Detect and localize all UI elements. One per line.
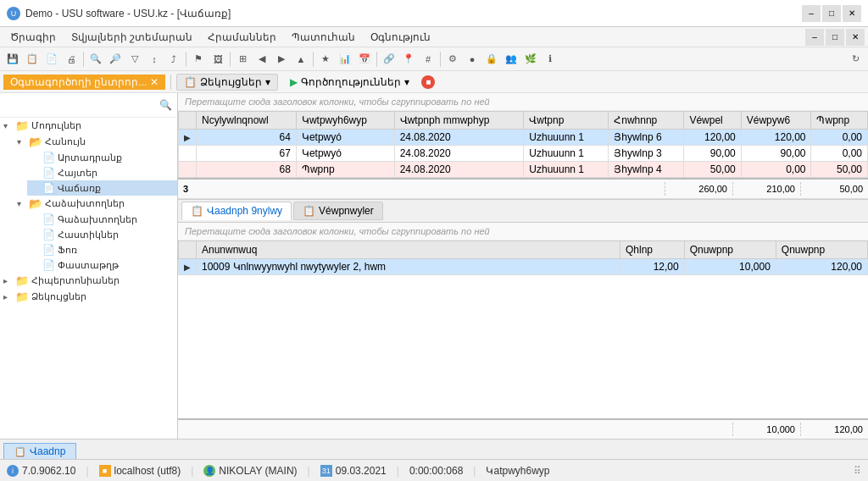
menu-restore[interactable]: □	[826, 29, 844, 46]
tb-export[interactable]: ⤴	[164, 50, 183, 69]
cal-icon: 31	[320, 465, 332, 477]
tb-left[interactable]: ◀	[253, 50, 271, 69]
menu-program[interactable]: Ծրագիր	[3, 30, 63, 45]
sidebar: 🔍 ▾ 📁 Մոդուլներ ▾ 📂 Հանույն	[0, 93, 178, 439]
tb-lock[interactable]: 🔒	[482, 50, 501, 69]
cell-paid: 0,00	[741, 162, 811, 178]
stop-button[interactable]: ■	[421, 75, 435, 89]
menu-minimize[interactable]: –	[805, 29, 824, 46]
toolbar2-sep1	[170, 75, 171, 90]
tb-up[interactable]: ▲	[292, 50, 310, 69]
tb-grid[interactable]: ⊞	[233, 50, 252, 69]
info-icon: i	[7, 465, 19, 477]
tb-settings[interactable]: ⚙	[443, 50, 462, 69]
cell-paid: 90,00	[741, 146, 811, 162]
upper-table-row[interactable]: 67 Կetpwyó 24.08.2020 Uzhuuunn 1 Յhywlnp…	[179, 146, 868, 162]
tree-item-reports[interactable]: ▸ 📁 Հիպերտոնիաներ	[0, 273, 177, 289]
tree-item-modules[interactable]: ▾ 📁 Մոդուլներ	[0, 118, 177, 134]
tb-funnel[interactable]: ▽	[125, 50, 144, 69]
tb-circle[interactable]: ●	[463, 50, 481, 69]
tree-item-customers[interactable]: 📄 Հայտեր	[27, 165, 177, 180]
tb-search[interactable]: 🔍	[86, 50, 105, 69]
tree-item-accountings[interactable]: ▾ 📂 Հաձախտողներ	[14, 196, 177, 212]
tree-item-views[interactable]: ▸ 📁 Ձեկույցներ	[0, 289, 177, 305]
tab-payments[interactable]: 📋 Véwpnwyler	[293, 202, 383, 220]
summary-sum2: 210,00	[732, 182, 800, 196]
tb-save[interactable]: 💾	[3, 50, 22, 69]
col-type[interactable]: Կwtpwyh­6wyp	[296, 112, 394, 130]
tree-item-docs[interactable]: 📄 Փաստաթղթ	[27, 257, 177, 273]
tb-cal[interactable]: 📅	[355, 50, 374, 69]
tb-flag[interactable]: ⚑	[189, 50, 208, 69]
folder-icon-handbooks: 📂	[29, 135, 42, 148]
tree-item-assortment[interactable]: 📄 Արտադրանք	[27, 150, 177, 165]
tb-info[interactable]: ℹ	[541, 50, 559, 69]
bottom-tab-sales[interactable]: 📋 Վaadnp	[3, 443, 76, 459]
tree-item-handbooks[interactable]: ▾ 📂 Հանույն	[14, 134, 177, 150]
tb-leaf[interactable]: 🌿	[521, 50, 540, 69]
nav-close-icon[interactable]: ✕	[150, 76, 159, 88]
col-client[interactable]: Հnwhnnp	[609, 112, 684, 130]
col-id[interactable]: Ncy­lywl­nqnowl	[197, 112, 297, 130]
group-hint-lower: Перетащите сюда заголовок колонки, чтобы…	[178, 223, 868, 240]
menu-database[interactable]: Տվյալների շտեմարան	[64, 30, 199, 45]
tb-star[interactable]: ★	[316, 50, 335, 69]
tb-filter[interactable]: 🔎	[106, 50, 125, 69]
lcol-indicator	[179, 241, 197, 259]
tb-copy[interactable]: 📋	[23, 50, 42, 69]
close-button[interactable]: ✕	[843, 5, 861, 22]
lcol-total[interactable]: Qnuwpnp	[776, 241, 867, 259]
menu-commands[interactable]: Հրամաններ	[201, 30, 283, 45]
col-sales[interactable]: Վwtpnp	[524, 112, 609, 130]
detail-tabs: 📋 Վaadnph 9nylwy 📋 Véwpnwyler	[178, 199, 868, 223]
app-title: Demo - USU software - USU.kz - [Վաճառք]	[25, 8, 802, 19]
lcol-price[interactable]: Qnuwpnp	[684, 241, 776, 259]
tb-users[interactable]: 👥	[502, 50, 520, 69]
tb-refresh[interactable]: ↻	[846, 50, 865, 69]
tb-image[interactable]: 🖼	[209, 50, 227, 69]
tab-sales-details[interactable]: 📋 Վaadnph 9nylwy	[181, 202, 292, 220]
lower-table-row[interactable]: ▶ 10009 Կnlnwyynwyhl nwytywyler 2, hwm 1…	[179, 259, 868, 275]
reports-dropdown[interactable]: 📋 Ձեկույցներ ▾	[176, 74, 278, 91]
cell-price: 50,00	[684, 162, 741, 178]
mode-label: Կatpwyh6wyp	[486, 465, 549, 477]
lcol-name[interactable]: Anunwnwuq	[197, 241, 620, 259]
tree-item-acc2[interactable]: 📄 Գաձախտողներ	[27, 212, 177, 227]
tab1-label: Վaadnph 9nylwy	[207, 205, 282, 217]
tree-item-acc3[interactable]: 📄 Հաստիկներ	[27, 227, 177, 242]
tb-map[interactable]: 📍	[399, 50, 418, 69]
tree-item-cash[interactable]: 📄 Ֆոռ	[27, 242, 177, 257]
upper-table-row[interactable]: ▶ 64 Կetpwyó 24.08.2020 Uzhuuunn 1 Յhywl…	[179, 130, 868, 146]
tree: ▾ 📁 Մոդուլներ ▾ 📂 Հանույն 📄 Արտադրանք	[0, 118, 177, 305]
tb-right[interactable]: ▶	[272, 50, 291, 69]
nav-panel-title[interactable]: Օգտագործողի ընտրոր... ✕	[3, 75, 165, 90]
cell-type: Կetpwyó	[296, 146, 394, 162]
sidebar-search-button[interactable]: 🔍	[157, 97, 174, 113]
cell-type: Պwpnp	[296, 162, 394, 178]
folder-icon-views: 📁	[15, 290, 29, 303]
tb-num[interactable]: #	[419, 50, 437, 69]
upper-table-row[interactable]: 68 Պwpnp 24.08.2020 Uzhuuunn 1 Յhywlnp 4…	[179, 162, 868, 178]
menu-window[interactable]: Պատուհան	[285, 30, 362, 45]
page-icon-cash: 📄	[42, 244, 55, 256]
tb-paste[interactable]: 📄	[42, 50, 61, 69]
tree-item-sales[interactable]: 📄 Վաճառք	[27, 180, 177, 196]
col-date[interactable]: Վwtpnph mmwphyp	[394, 112, 524, 130]
actions-dropdown[interactable]: ▶ Գործողություններ ▾	[283, 75, 416, 90]
folder-icon-accountings: 📂	[29, 197, 42, 210]
col-paid[interactable]: Véwpyw6	[741, 112, 811, 130]
time-label: 0:00:00:068	[409, 465, 463, 477]
lcol-qty[interactable]: Qhlnp	[620, 241, 685, 259]
col-debt[interactable]: Պwpnp	[811, 112, 868, 130]
col-price[interactable]: Véwpel	[684, 112, 741, 130]
menu-help[interactable]: Օգնություն	[364, 30, 437, 45]
upper-table-container: Ncy­lywl­nqnowl Կwtpwyh­6wyp Վwtpnph mmw…	[178, 111, 868, 178]
restore-button[interactable]: □	[822, 5, 841, 22]
tb-chart[interactable]: 📊	[336, 50, 354, 69]
tb-sort[interactable]: ↕	[145, 50, 164, 69]
minimize-button[interactable]: –	[802, 5, 821, 22]
menu-close[interactable]: ✕	[846, 29, 865, 46]
cell-paid: 120,00	[741, 130, 811, 146]
tb-print[interactable]: 🖨	[62, 50, 81, 69]
tb-link[interactable]: 🔗	[380, 50, 398, 69]
